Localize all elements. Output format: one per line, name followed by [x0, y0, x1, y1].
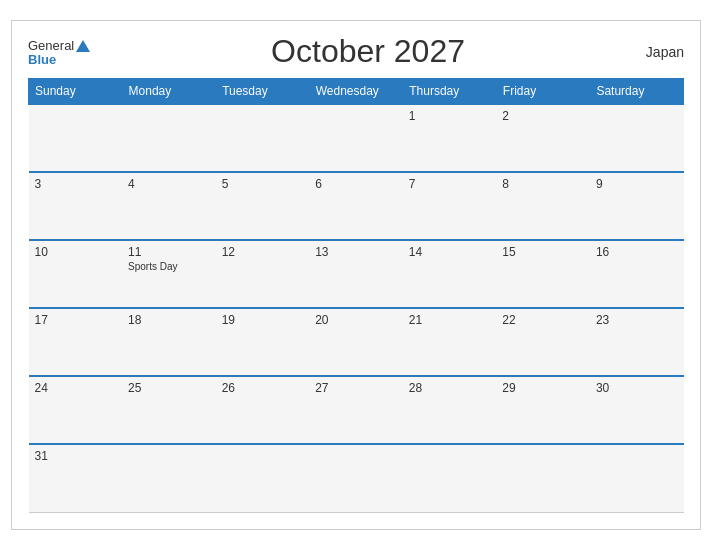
day-number: 7 — [409, 177, 416, 191]
day-number: 20 — [315, 313, 328, 327]
weekday-header-monday: Monday — [122, 79, 216, 105]
calendar-cell: 31 — [29, 444, 123, 512]
weekday-header-thursday: Thursday — [403, 79, 497, 105]
day-number: 3 — [35, 177, 42, 191]
day-number: 5 — [222, 177, 229, 191]
calendar-cell: 14 — [403, 240, 497, 308]
day-number: 22 — [502, 313, 515, 327]
calendar-cell: 5 — [216, 172, 310, 240]
logo-triangle-icon — [76, 40, 90, 52]
calendar-cell: 2 — [496, 104, 590, 172]
day-number: 25 — [128, 381, 141, 395]
calendar-header: General Blue October 2027 Japan — [28, 33, 684, 70]
calendar-cell: 7 — [403, 172, 497, 240]
day-number: 9 — [596, 177, 603, 191]
calendar-cell: 4 — [122, 172, 216, 240]
calendar-cell: 21 — [403, 308, 497, 376]
calendar-cell: 23 — [590, 308, 684, 376]
calendar-cell: 29 — [496, 376, 590, 444]
weekday-header-sunday: Sunday — [29, 79, 123, 105]
calendar-cell — [403, 444, 497, 512]
day-number: 4 — [128, 177, 135, 191]
calendar-cell: 28 — [403, 376, 497, 444]
day-number: 2 — [502, 109, 509, 123]
day-number: 13 — [315, 245, 328, 259]
calendar-cell — [590, 444, 684, 512]
calendar-cell — [496, 444, 590, 512]
week-row-5: 31 — [29, 444, 684, 512]
day-number: 16 — [596, 245, 609, 259]
weekday-header-wednesday: Wednesday — [309, 79, 403, 105]
calendar-cell — [216, 444, 310, 512]
day-number: 24 — [35, 381, 48, 395]
calendar-table: SundayMondayTuesdayWednesdayThursdayFrid… — [28, 78, 684, 513]
calendar-cell: 22 — [496, 308, 590, 376]
logo-general: General — [28, 37, 90, 53]
calendar-cell: 8 — [496, 172, 590, 240]
calendar-cell: 18 — [122, 308, 216, 376]
day-number: 18 — [128, 313, 141, 327]
calendar-cell: 15 — [496, 240, 590, 308]
day-number: 6 — [315, 177, 322, 191]
day-number: 11 — [128, 245, 141, 259]
day-number: 17 — [35, 313, 48, 327]
day-number: 28 — [409, 381, 422, 395]
calendar-cell — [309, 104, 403, 172]
calendar-cell: 12 — [216, 240, 310, 308]
calendar-cell: 24 — [29, 376, 123, 444]
day-number: 1 — [409, 109, 416, 123]
calendar-cell: 19 — [216, 308, 310, 376]
calendar-wrapper: General Blue October 2027 Japan SundayMo… — [11, 20, 701, 530]
day-number: 8 — [502, 177, 509, 191]
calendar-cell — [590, 104, 684, 172]
calendar-cell: 11Sports Day — [122, 240, 216, 308]
calendar-cell: 27 — [309, 376, 403, 444]
weekday-header-row: SundayMondayTuesdayWednesdayThursdayFrid… — [29, 79, 684, 105]
calendar-cell — [122, 104, 216, 172]
day-number: 31 — [35, 449, 48, 463]
day-number: 21 — [409, 313, 422, 327]
calendar-cell — [309, 444, 403, 512]
calendar-cell: 1 — [403, 104, 497, 172]
calendar-cell: 6 — [309, 172, 403, 240]
calendar-cell: 3 — [29, 172, 123, 240]
calendar-cell: 20 — [309, 308, 403, 376]
calendar-cell: 30 — [590, 376, 684, 444]
calendar-cell: 16 — [590, 240, 684, 308]
day-number: 15 — [502, 245, 515, 259]
weekday-header-tuesday: Tuesday — [216, 79, 310, 105]
calendar-title: October 2027 — [271, 33, 465, 70]
weekday-header-friday: Friday — [496, 79, 590, 105]
calendar-cell — [216, 104, 310, 172]
calendar-cell: 10 — [29, 240, 123, 308]
day-number: 30 — [596, 381, 609, 395]
calendar-cell: 9 — [590, 172, 684, 240]
calendar-country: Japan — [646, 44, 684, 60]
day-number: 23 — [596, 313, 609, 327]
holiday-label: Sports Day — [128, 261, 210, 272]
calendar-cell — [122, 444, 216, 512]
week-row-1: 3456789 — [29, 172, 684, 240]
calendar-cell: 13 — [309, 240, 403, 308]
logo-blue: Blue — [28, 53, 90, 66]
logo: General Blue — [28, 37, 90, 66]
day-number: 19 — [222, 313, 235, 327]
day-number: 12 — [222, 245, 235, 259]
week-row-2: 1011Sports Day1213141516 — [29, 240, 684, 308]
calendar-cell: 25 — [122, 376, 216, 444]
calendar-cell: 26 — [216, 376, 310, 444]
day-number: 10 — [35, 245, 48, 259]
day-number: 29 — [502, 381, 515, 395]
day-number: 27 — [315, 381, 328, 395]
week-row-4: 24252627282930 — [29, 376, 684, 444]
week-row-3: 17181920212223 — [29, 308, 684, 376]
day-number: 14 — [409, 245, 422, 259]
day-number: 26 — [222, 381, 235, 395]
calendar-cell: 17 — [29, 308, 123, 376]
calendar-cell — [29, 104, 123, 172]
weekday-header-saturday: Saturday — [590, 79, 684, 105]
week-row-0: 12 — [29, 104, 684, 172]
